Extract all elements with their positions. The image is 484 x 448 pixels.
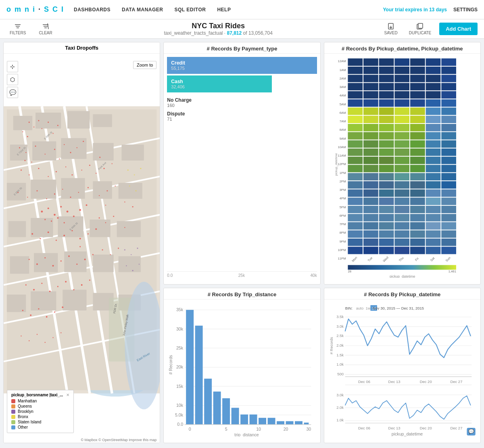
svg-rect-40	[58, 216, 83, 237]
svg-point-59	[27, 136, 28, 137]
svg-rect-250	[379, 107, 394, 115]
svg-rect-307	[394, 173, 409, 180]
svg-text:11AM: 11AM	[338, 154, 346, 157]
svg-point-72	[83, 141, 84, 142]
svg-rect-208	[379, 59, 394, 66]
payment-chart-title: # Records By Payment_type	[164, 42, 320, 54]
clear-button[interactable]: CLEAR	[35, 21, 55, 37]
svg-point-83	[103, 168, 104, 169]
nav-data-manager[interactable]: DATA MANAGER	[122, 7, 163, 13]
svg-rect-414	[295, 421, 302, 424]
svg-text:3.0k: 3.0k	[336, 393, 344, 397]
svg-text:5PM: 5PM	[339, 205, 346, 209]
svg-rect-303	[441, 165, 456, 172]
svg-text:10: 10	[256, 427, 261, 431]
svg-rect-368	[363, 247, 378, 254]
svg-point-172	[129, 186, 130, 186]
datetime-chart-inner: BIN: auto 1w 1d Nov 30, 2015 — Dec 31, 2…	[324, 299, 480, 440]
svg-point-75	[38, 168, 39, 169]
svg-rect-220	[348, 75, 363, 82]
svg-point-76	[48, 176, 48, 177]
svg-rect-44	[34, 253, 58, 272]
map-tool-comment[interactable]: 💬	[7, 87, 18, 98]
clear-icon	[42, 23, 49, 30]
svg-text:auto: auto	[356, 306, 363, 310]
svg-point-111	[48, 232, 49, 233]
svg-rect-403	[195, 325, 203, 424]
svg-point-115	[79, 238, 81, 239]
svg-point-78	[65, 166, 66, 167]
svg-text:1.0k: 1.0k	[336, 417, 344, 422]
svg-text:# Records: # Records	[329, 337, 334, 354]
svg-point-110	[40, 238, 41, 239]
map-tool-select[interactable]: ⊹	[7, 61, 18, 72]
manhattan-dot	[11, 399, 15, 403]
svg-point-120	[44, 257, 46, 258]
svg-rect-359	[441, 230, 456, 238]
svg-rect-279	[394, 140, 409, 148]
svg-rect-292	[379, 157, 394, 164]
svg-rect-237	[394, 91, 409, 98]
svg-rect-314	[394, 181, 409, 188]
map-tool-polygon[interactable]: ⬡	[7, 74, 18, 85]
svg-point-90	[62, 189, 63, 190]
legend-close-button[interactable]: ✕	[66, 393, 69, 397]
nav-dashboards[interactable]: DASHBOARDS	[74, 7, 111, 13]
svg-point-95	[106, 190, 108, 191]
datetime-chart-title: # Records By Pickup_datetime	[324, 288, 480, 299]
svg-point-69	[64, 144, 65, 145]
svg-rect-408	[240, 415, 248, 425]
legend-queens: Queens	[11, 404, 69, 408]
svg-rect-415	[304, 423, 309, 425]
svg-point-87	[36, 190, 38, 191]
svg-rect-366	[441, 239, 456, 246]
svg-text:Dec 13: Dec 13	[388, 379, 400, 383]
svg-rect-373	[441, 247, 456, 254]
svg-point-171	[140, 168, 141, 169]
duplicate-button[interactable]: DUPLICATE	[406, 21, 434, 37]
svg-rect-356	[394, 230, 409, 238]
svg-text:1w: 1w	[365, 306, 370, 310]
filter-icon	[14, 23, 21, 30]
svg-rect-218	[426, 67, 440, 74]
legend-other: Other	[11, 425, 69, 429]
svg-rect-212	[441, 59, 456, 66]
svg-rect-280	[410, 140, 425, 148]
svg-point-132	[65, 281, 67, 283]
settings-link[interactable]: SETTINGS	[453, 7, 478, 13]
svg-rect-327	[379, 198, 394, 205]
svg-rect-245	[410, 99, 425, 107]
svg-rect-413	[286, 421, 294, 424]
legend-staten-island: Staten Island	[11, 420, 69, 424]
svg-rect-382	[348, 265, 456, 270]
svg-rect-406	[222, 398, 230, 424]
svg-rect-239	[426, 91, 440, 98]
legend-manhattan: Manhattan	[11, 399, 69, 403]
svg-point-103	[79, 209, 81, 211]
svg-rect-361	[363, 239, 378, 246]
zoom-to-button[interactable]: Zoom to	[133, 61, 156, 69]
top-nav: o m n i · S C I DASHBOARDS DATA MANAGER …	[0, 0, 484, 19]
svg-point-65	[25, 152, 26, 153]
svg-rect-39	[31, 218, 53, 237]
svg-rect-323	[426, 189, 440, 197]
svg-rect-231	[410, 83, 425, 90]
svg-rect-240	[441, 91, 456, 98]
saved-button[interactable]: SAVED	[381, 21, 401, 37]
svg-rect-412	[277, 421, 284, 424]
add-chart-button[interactable]: Add Chart	[439, 23, 478, 35]
svg-rect-265	[394, 124, 409, 131]
svg-rect-226	[441, 75, 456, 82]
nav-sql-editor[interactable]: SQL EDITOR	[174, 7, 206, 13]
svg-point-106	[51, 220, 52, 222]
svg-rect-315	[410, 181, 425, 188]
svg-rect-209	[394, 59, 409, 66]
svg-point-107	[57, 217, 58, 219]
credit-label: Credit	[171, 60, 313, 66]
svg-rect-338	[441, 206, 456, 213]
svg-rect-363	[394, 239, 409, 246]
nav-help[interactable]: HELP	[217, 7, 231, 13]
filters-button[interactable]: FILTERS	[6, 21, 29, 37]
cash-bar: Cash 32,406	[167, 75, 272, 92]
svg-text:2.0k: 2.0k	[336, 405, 344, 409]
